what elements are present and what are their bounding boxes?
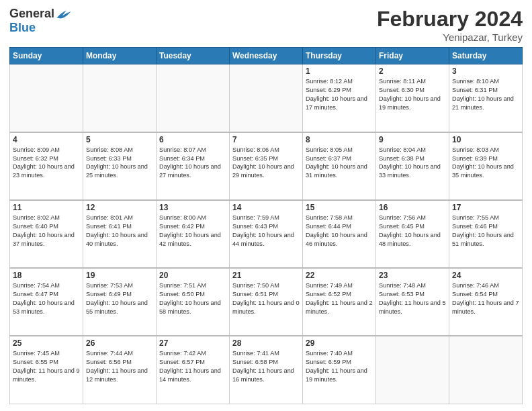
calendar-cell: 29Sunrise: 7:40 AM Sunset: 6:59 PM Dayli…: [303, 336, 376, 404]
calendar-table: SundayMondayTuesdayWednesdayThursdayFrid…: [9, 47, 523, 404]
calendar-cell: 1Sunrise: 8:12 AM Sunset: 6:29 PM Daylig…: [303, 64, 376, 132]
day-number: 26: [86, 338, 153, 348]
calendar-cell: 2Sunrise: 8:11 AM Sunset: 6:30 PM Daylig…: [376, 64, 449, 132]
day-number: 2: [379, 66, 446, 76]
day-number: 7: [232, 135, 300, 144]
day-info: Sunrise: 7:58 AM Sunset: 6:44 PM Dayligh…: [306, 214, 373, 248]
day-info: Sunrise: 8:01 AM Sunset: 6:41 PM Dayligh…: [86, 214, 153, 248]
calendar-cell: 22Sunrise: 7:49 AM Sunset: 6:52 PM Dayli…: [303, 268, 376, 336]
calendar-cell: 15Sunrise: 7:58 AM Sunset: 6:44 PM Dayli…: [303, 200, 376, 268]
day-header-sunday: Sunday: [10, 48, 83, 64]
day-number: 16: [379, 203, 446, 212]
day-number: 17: [452, 203, 519, 212]
day-header-thursday: Thursday: [303, 48, 376, 64]
day-number: 3: [452, 66, 519, 76]
calendar-cell: 4Sunrise: 8:09 AM Sunset: 6:32 PM Daylig…: [10, 132, 83, 200]
page: General Blue February 2024 Yenipazar, Tu…: [0, 0, 532, 411]
day-info: Sunrise: 7:40 AM Sunset: 6:59 PM Dayligh…: [306, 349, 373, 384]
header: General Blue February 2024 Yenipazar, Tu…: [9, 7, 523, 43]
day-info: Sunrise: 7:41 AM Sunset: 6:58 PM Dayligh…: [232, 349, 300, 384]
calendar-cell: 9Sunrise: 8:04 AM Sunset: 6:38 PM Daylig…: [376, 132, 449, 200]
day-info: Sunrise: 8:00 AM Sunset: 6:42 PM Dayligh…: [159, 214, 226, 248]
calendar-cell: 27Sunrise: 7:42 AM Sunset: 6:57 PM Dayli…: [157, 336, 230, 404]
day-info: Sunrise: 7:53 AM Sunset: 6:49 PM Dayligh…: [86, 281, 153, 316]
day-number: 5: [86, 135, 153, 144]
day-number: 10: [452, 135, 519, 144]
day-number: 29: [306, 338, 373, 348]
day-number: 12: [86, 203, 153, 212]
calendar-cell: 3Sunrise: 8:10 AM Sunset: 6:31 PM Daylig…: [449, 64, 523, 132]
week-row-3: 11Sunrise: 8:02 AM Sunset: 6:40 PM Dayli…: [10, 200, 523, 268]
day-header-wednesday: Wednesday: [230, 48, 303, 64]
calendar-cell: 14Sunrise: 7:59 AM Sunset: 6:43 PM Dayli…: [230, 200, 303, 268]
logo: General Blue: [9, 7, 72, 35]
calendar-cell: 5Sunrise: 8:08 AM Sunset: 6:33 PM Daylig…: [83, 132, 157, 200]
day-number: 8: [306, 135, 373, 144]
day-number: 27: [159, 338, 226, 348]
day-number: 15: [306, 203, 373, 212]
calendar-cell: [230, 64, 303, 132]
calendar-cell: [10, 64, 83, 132]
day-number: 24: [452, 271, 519, 280]
day-info: Sunrise: 8:02 AM Sunset: 6:40 PM Dayligh…: [13, 214, 80, 248]
calendar-title: February 2024: [377, 7, 523, 32]
day-number: 18: [13, 271, 80, 280]
logo-bird-icon: [56, 7, 72, 21]
day-number: 6: [159, 135, 226, 144]
week-row-2: 4Sunrise: 8:09 AM Sunset: 6:32 PM Daylig…: [10, 132, 523, 200]
calendar-cell: 24Sunrise: 7:46 AM Sunset: 6:54 PM Dayli…: [449, 268, 523, 336]
calendar-cell: 12Sunrise: 8:01 AM Sunset: 6:41 PM Dayli…: [83, 200, 157, 268]
day-info: Sunrise: 8:06 AM Sunset: 6:35 PM Dayligh…: [232, 146, 300, 181]
day-header-saturday: Saturday: [449, 48, 523, 64]
week-row-1: 1Sunrise: 8:12 AM Sunset: 6:29 PM Daylig…: [10, 64, 523, 132]
day-info: Sunrise: 8:05 AM Sunset: 6:37 PM Dayligh…: [306, 146, 373, 181]
calendar-cell: 7Sunrise: 8:06 AM Sunset: 6:35 PM Daylig…: [230, 132, 303, 200]
calendar-cell: [83, 64, 157, 132]
day-number: 25: [13, 338, 80, 348]
day-info: Sunrise: 8:07 AM Sunset: 6:34 PM Dayligh…: [159, 146, 226, 181]
day-info: Sunrise: 8:03 AM Sunset: 6:39 PM Dayligh…: [452, 146, 519, 181]
day-number: 11: [13, 203, 80, 212]
day-info: Sunrise: 7:59 AM Sunset: 6:43 PM Dayligh…: [232, 214, 300, 248]
days-header-row: SundayMondayTuesdayWednesdayThursdayFrid…: [10, 48, 523, 64]
day-header-monday: Monday: [83, 48, 157, 64]
week-row-5: 25Sunrise: 7:45 AM Sunset: 6:55 PM Dayli…: [10, 336, 523, 404]
calendar-cell: 19Sunrise: 7:53 AM Sunset: 6:49 PM Dayli…: [83, 268, 157, 336]
calendar-cell: 6Sunrise: 8:07 AM Sunset: 6:34 PM Daylig…: [157, 132, 230, 200]
day-number: 23: [379, 271, 446, 280]
day-number: 22: [306, 271, 373, 280]
day-info: Sunrise: 7:46 AM Sunset: 6:54 PM Dayligh…: [452, 281, 519, 316]
day-info: Sunrise: 8:11 AM Sunset: 6:30 PM Dayligh…: [379, 77, 446, 112]
day-info: Sunrise: 7:55 AM Sunset: 6:46 PM Dayligh…: [452, 214, 519, 248]
day-number: 4: [13, 135, 80, 144]
day-info: Sunrise: 7:48 AM Sunset: 6:53 PM Dayligh…: [379, 281, 446, 316]
day-number: 14: [232, 203, 300, 212]
day-number: 21: [232, 271, 300, 280]
day-info: Sunrise: 8:12 AM Sunset: 6:29 PM Dayligh…: [306, 77, 373, 112]
day-info: Sunrise: 7:44 AM Sunset: 6:56 PM Dayligh…: [86, 349, 153, 384]
calendar-cell: 13Sunrise: 8:00 AM Sunset: 6:42 PM Dayli…: [157, 200, 230, 268]
day-header-tuesday: Tuesday: [157, 48, 230, 64]
calendar-cell: 10Sunrise: 8:03 AM Sunset: 6:39 PM Dayli…: [449, 132, 523, 200]
day-info: Sunrise: 8:04 AM Sunset: 6:38 PM Dayligh…: [379, 146, 446, 181]
calendar-cell: 18Sunrise: 7:54 AM Sunset: 6:47 PM Dayli…: [10, 268, 83, 336]
calendar-location: Yenipazar, Turkey: [377, 32, 523, 43]
day-info: Sunrise: 8:10 AM Sunset: 6:31 PM Dayligh…: [452, 77, 519, 112]
day-number: 19: [86, 271, 153, 280]
day-info: Sunrise: 7:54 AM Sunset: 6:47 PM Dayligh…: [13, 281, 80, 316]
calendar-cell: 20Sunrise: 7:51 AM Sunset: 6:50 PM Dayli…: [157, 268, 230, 336]
calendar-cell: 11Sunrise: 8:02 AM Sunset: 6:40 PM Dayli…: [10, 200, 83, 268]
calendar-cell: 25Sunrise: 7:45 AM Sunset: 6:55 PM Dayli…: [10, 336, 83, 404]
day-number: 20: [159, 271, 226, 280]
week-row-4: 18Sunrise: 7:54 AM Sunset: 6:47 PM Dayli…: [10, 268, 523, 336]
calendar-cell: 8Sunrise: 8:05 AM Sunset: 6:37 PM Daylig…: [303, 132, 376, 200]
calendar-cell: [157, 64, 230, 132]
calendar-cell: 16Sunrise: 7:56 AM Sunset: 6:45 PM Dayli…: [376, 200, 449, 268]
calendar-cell: 28Sunrise: 7:41 AM Sunset: 6:58 PM Dayli…: [230, 336, 303, 404]
day-info: Sunrise: 8:08 AM Sunset: 6:33 PM Dayligh…: [86, 146, 153, 181]
calendar-cell: 26Sunrise: 7:44 AM Sunset: 6:56 PM Dayli…: [83, 336, 157, 404]
day-info: Sunrise: 7:51 AM Sunset: 6:50 PM Dayligh…: [159, 281, 226, 316]
day-number: 28: [232, 338, 300, 348]
logo-general-text: General: [9, 7, 54, 21]
day-number: 1: [306, 66, 373, 76]
